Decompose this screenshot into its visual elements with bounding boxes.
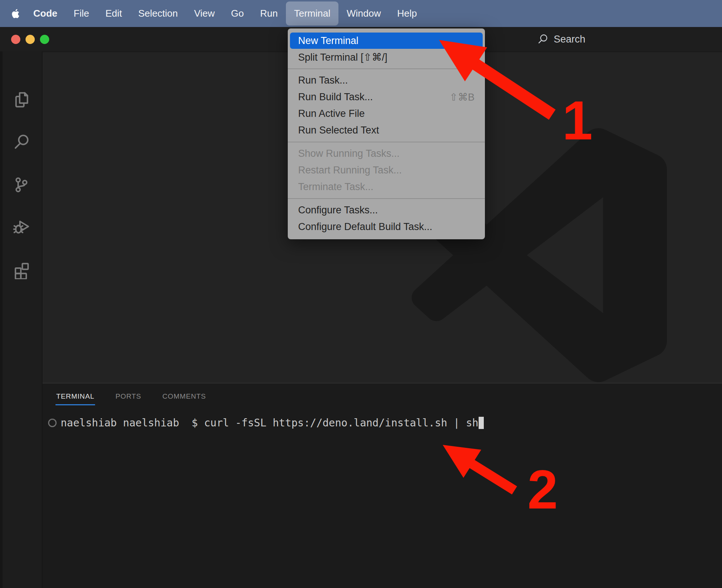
terminal-command-line[interactable]: naelshiab naelshiab $ curl -fsSL https:/… <box>48 417 484 429</box>
menu-item-configure-tasks[interactable]: Configure Tasks... <box>288 202 485 219</box>
tab-comments[interactable]: COMMENTS <box>162 390 207 405</box>
search-field[interactable]: Search <box>537 27 586 51</box>
menu-separator <box>288 142 485 142</box>
menu-item-label: Configure Tasks... <box>298 205 378 216</box>
apple-menu[interactable] <box>0 1 25 26</box>
source-control-icon[interactable] <box>12 175 31 194</box>
activity-bar <box>0 51 43 588</box>
vscode-macos-screenshot: Code File Edit Selection View Go Run Ter… <box>0 0 722 588</box>
panel-tabs: TERMINAL PORTS COMMENTS <box>55 390 207 405</box>
menubar-item-go[interactable]: Go <box>223 1 252 26</box>
menu-item-label: New Terminal <box>298 35 358 47</box>
menu-item-terminate-task: Terminate Task... <box>288 179 485 195</box>
macos-menubar: Code File Edit Selection View Go Run Ter… <box>0 0 722 27</box>
menu-item-run-task[interactable]: Run Task... <box>288 72 485 89</box>
menu-item-restart-running-task: Restart Running Task... <box>288 162 485 179</box>
search-label: Search <box>554 34 586 45</box>
step-number-1: 1 <box>562 93 593 148</box>
menu-item-shortcut: ⇧⌘B <box>449 91 475 103</box>
menu-item-label: Show Running Tasks... <box>298 148 399 159</box>
terminal-dropdown-menu: New Terminal Split Terminal [⇧⌘/] Run Ta… <box>288 28 485 239</box>
search-icon <box>537 33 549 45</box>
menubar-item-help[interactable]: Help <box>389 1 425 26</box>
menubar-item-file[interactable]: File <box>65 1 97 26</box>
menubar-item-terminal[interactable]: Terminal <box>286 1 338 26</box>
menubar-app-name[interactable]: Code <box>25 1 65 26</box>
terminal-cursor <box>479 417 484 429</box>
menu-item-label: Restart Running Task... <box>298 165 402 176</box>
tab-terminal[interactable]: TERMINAL <box>55 390 95 405</box>
menu-item-label: Run Active File <box>298 108 365 119</box>
command-decoration-icon <box>48 419 57 427</box>
apple-icon <box>11 9 20 19</box>
run-debug-icon[interactable] <box>12 217 31 237</box>
menubar-item-window[interactable]: Window <box>338 1 389 26</box>
menubar-item-view[interactable]: View <box>186 1 223 26</box>
menu-item-new-terminal[interactable]: New Terminal <box>290 33 483 49</box>
bottom-panel: TERMINAL PORTS COMMENTS naelshiab naelsh… <box>43 383 722 588</box>
traffic-lights <box>11 27 49 51</box>
menu-item-split-terminal[interactable]: Split Terminal [⇧⌘/] <box>288 49 485 65</box>
minimize-button[interactable] <box>26 35 35 44</box>
menu-separator <box>288 68 485 69</box>
close-button[interactable] <box>11 35 20 44</box>
tab-ports[interactable]: PORTS <box>115 390 142 405</box>
extensions-icon[interactable] <box>12 260 31 279</box>
menu-item-label: Run Task... <box>298 75 348 86</box>
terminal-command-text: naelshiab naelshiab $ curl -fsSL https:/… <box>61 417 478 429</box>
menu-item-configure-default-build-task[interactable]: Configure Default Build Task... <box>288 219 485 235</box>
menu-item-run-build-task[interactable]: Run Build Task... ⇧⌘B <box>288 89 485 105</box>
menubar-item-run[interactable]: Run <box>252 1 286 26</box>
menu-item-show-running-tasks: Show Running Tasks... <box>288 145 485 162</box>
menubar-item-edit[interactable]: Edit <box>97 1 130 26</box>
menubar-item-selection[interactable]: Selection <box>130 1 186 26</box>
menu-item-label: Run Selected Text <box>298 125 379 136</box>
menu-item-label: Terminate Task... <box>298 181 374 193</box>
menu-item-run-selected-text[interactable]: Run Selected Text <box>288 122 485 139</box>
search-sidebar-icon[interactable] <box>12 132 31 152</box>
menu-item-label: Configure Default Build Task... <box>298 221 432 233</box>
menu-item-run-active-file[interactable]: Run Active File <box>288 105 485 122</box>
menu-separator <box>288 198 485 199</box>
step-number-2: 2 <box>527 462 558 517</box>
explorer-icon[interactable] <box>12 90 31 109</box>
zoom-button[interactable] <box>40 35 49 44</box>
menu-item-label: Run Build Task... <box>298 91 373 103</box>
menu-item-label: Split Terminal [⇧⌘/] <box>298 51 387 63</box>
